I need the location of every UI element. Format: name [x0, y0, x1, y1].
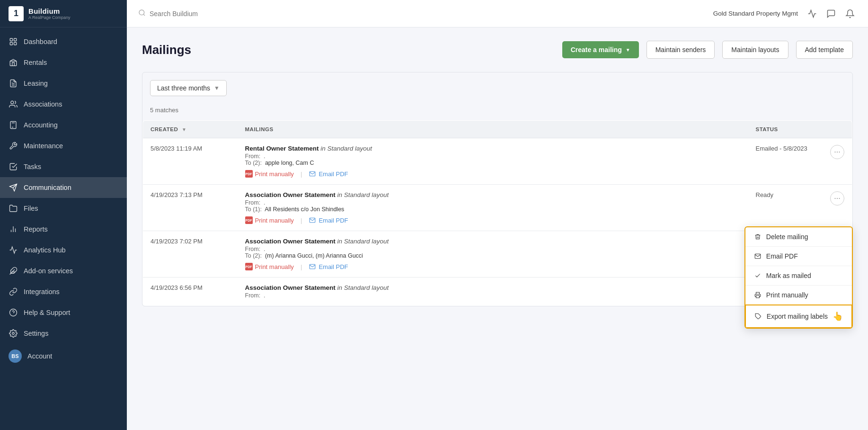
chevron-down-icon: ▼	[626, 47, 630, 53]
send-icon	[9, 183, 18, 192]
sidebar-item-rentals[interactable]: Rentals	[0, 52, 127, 73]
sidebar-item-label: Associations	[24, 100, 62, 108]
print-manually-link[interactable]: PDF Print manually	[245, 216, 294, 224]
sidebar-item-communication[interactable]: Communication	[0, 177, 127, 198]
search-icon	[138, 9, 146, 18]
link-icon	[9, 287, 18, 296]
sidebar-item-dashboard[interactable]: Dashboard	[0, 31, 127, 52]
svg-rect-4	[10, 61, 17, 66]
email-pdf-link[interactable]: Email PDF	[309, 216, 348, 224]
sidebar-item-account[interactable]: BS Account	[0, 344, 127, 368]
svg-line-27	[143, 14, 145, 16]
settings-icon	[9, 329, 18, 338]
print-label: Print manually	[255, 217, 294, 224]
print-manually-link[interactable]: PDF Print manually	[245, 263, 294, 270]
check-icon	[754, 272, 762, 279]
email-pdf-link[interactable]: Email PDF	[309, 263, 348, 270]
sidebar-nav: Dashboard Rentals Leasing Associations	[0, 27, 127, 430]
row-menu-button[interactable]: ···	[830, 191, 844, 206]
dropdown-item-label: Email PDF	[766, 252, 798, 260]
mailing-layout: in Standard layout	[337, 238, 389, 245]
context-dropdown-menu: Delete mailing Email PDF Mark as mailed …	[744, 226, 853, 329]
users-icon	[9, 99, 18, 109]
maintain-senders-button[interactable]: Maintain senders	[647, 41, 715, 59]
mail-icon	[309, 216, 316, 224]
search-bar[interactable]	[138, 9, 328, 18]
matches-count: 5 matches	[142, 102, 852, 116]
table-row: 5/8/2023 11:19 AM Rental Owner Statement…	[143, 138, 852, 185]
main-area: Gold Standard Property Mgmt Mailings Cre…	[127, 0, 868, 430]
cursor-pointer-icon: 👆	[833, 311, 843, 322]
dropdown-print-manually[interactable]: Print manually	[745, 286, 852, 305]
mailing-name: Association Owner Statement	[245, 238, 337, 245]
mail-icon	[309, 263, 316, 270]
created-cell: 4/19/2023 6:56 PM	[143, 278, 238, 306]
dropdown-item-label: Mark as mailed	[766, 272, 811, 279]
sidebar-item-analytics[interactable]: Analytics Hub	[0, 240, 127, 260]
sidebar-item-label: Analytics Hub	[24, 246, 66, 254]
mailing-layout: in Standard layout	[337, 191, 389, 198]
sidebar-item-tasks[interactable]: Tasks	[0, 156, 127, 177]
divider: |	[301, 263, 302, 270]
sidebar-item-integrations[interactable]: Integrations	[0, 281, 127, 302]
mailing-actions: PDF Print manually | Email PDF	[245, 170, 741, 178]
print-manually-link[interactable]: PDF Print manually	[245, 170, 294, 178]
file-text-icon	[9, 79, 18, 88]
sidebar-item-label: Settings	[24, 330, 48, 337]
search-input[interactable]	[150, 10, 328, 18]
dropdown-delete-mailing[interactable]: Delete mailing	[745, 227, 852, 247]
status-text: Ready	[756, 191, 774, 198]
email-pdf-link[interactable]: Email PDF	[309, 170, 348, 178]
maintain-layouts-button[interactable]: Maintain layouts	[722, 41, 788, 59]
sidebar-item-addon[interactable]: Add-on services	[0, 260, 127, 281]
mailing-cell: Association Owner Statement in Standard …	[238, 278, 748, 306]
status-cell: Emailed - 5/8/2023 ···	[748, 138, 852, 185]
sidebar-item-maintenance[interactable]: Maintenance	[0, 135, 127, 156]
sidebar-item-help[interactable]: Help & Support	[0, 302, 127, 323]
calculator-icon	[9, 120, 18, 130]
mailing-cell: Association Owner Statement in Standard …	[238, 185, 748, 231]
logo-letter: 1	[14, 9, 18, 18]
created-cell: 5/8/2023 11:19 AM	[143, 138, 238, 185]
help-circle-icon	[9, 308, 18, 317]
mailing-cell: Rental Owner Statement in Standard layou…	[238, 138, 748, 185]
mailing-layout: in Standard layout	[337, 284, 389, 291]
sidebar-item-label: Add-on services	[24, 267, 73, 275]
row-menu-button[interactable]: ···	[830, 145, 844, 159]
svg-rect-1	[14, 38, 17, 41]
col-header-status: STATUS	[748, 121, 852, 138]
brand-name: Buildium	[28, 7, 71, 15]
activity-icon	[9, 245, 18, 255]
sidebar-item-label: Files	[24, 205, 38, 212]
sidebar-item-files[interactable]: Files	[0, 198, 127, 219]
sidebar-item-associations[interactable]: Associations	[0, 94, 127, 115]
col-header-created: CREATED ▼	[143, 121, 238, 138]
sidebar-item-reports[interactable]: Reports	[0, 219, 127, 240]
mailing-cell: Association Owner Statement in Standard …	[238, 231, 748, 278]
sidebar-item-accounting[interactable]: Accounting	[0, 115, 127, 135]
email-label: Email PDF	[319, 217, 348, 224]
sidebar-item-label: Integrations	[24, 288, 60, 296]
dropdown-export-labels[interactable]: Export mailing labels 👆	[745, 305, 852, 328]
dropdown-item-label: Delete mailing	[766, 233, 808, 241]
dropdown-email-pdf[interactable]: Email PDF	[745, 247, 852, 266]
add-template-button[interactable]: Add template	[796, 41, 853, 59]
create-mailing-button[interactable]: Create a mailing ▼	[562, 41, 639, 58]
activity-icon[interactable]	[806, 7, 819, 20]
mailing-name: Association Owner Statement	[245, 284, 337, 291]
sidebar-item-label: Tasks	[24, 163, 41, 170]
sidebar-item-leasing[interactable]: Leasing	[0, 73, 127, 94]
logo-text: Buildium A RealPage Company	[28, 7, 71, 20]
filter-label: Last three months	[157, 84, 210, 92]
chat-icon[interactable]	[824, 7, 838, 20]
svg-point-8	[11, 101, 14, 104]
sidebar-item-settings[interactable]: Settings	[0, 323, 127, 344]
created-cell: 4/19/2023 7:13 PM	[143, 185, 238, 231]
dropdown-mark-mailed[interactable]: Mark as mailed	[745, 266, 852, 286]
status-text: Emailed - 5/8/2023	[756, 145, 807, 152]
mailing-actions: PDF Print manually | Email PDF	[245, 263, 741, 270]
mailing-layout: in Standard layout	[320, 145, 372, 152]
date-filter-select[interactable]: Last three months ▼	[150, 80, 227, 96]
bell-icon[interactable]	[843, 7, 857, 20]
grid-icon	[9, 37, 18, 46]
